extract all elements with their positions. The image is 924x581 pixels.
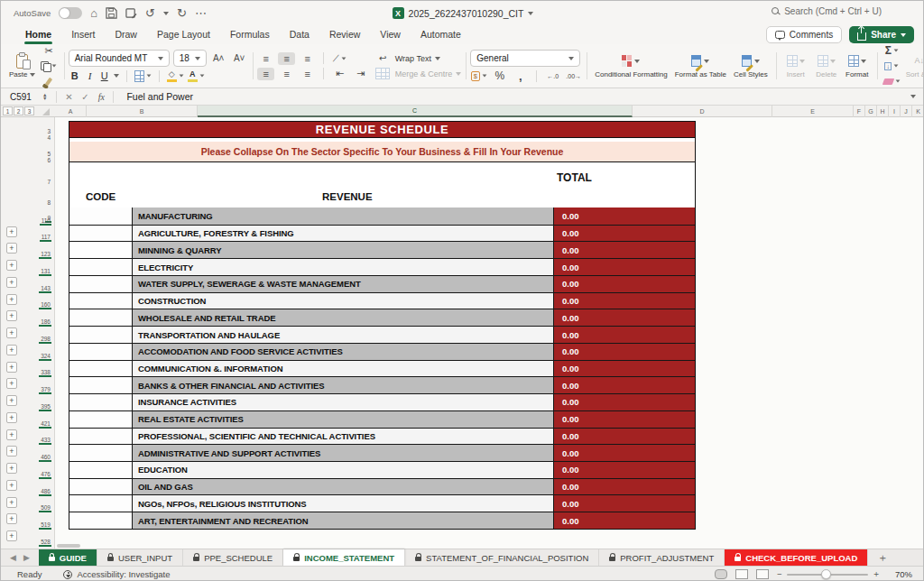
insert-function-icon[interactable]: fx — [93, 92, 109, 102]
horizontal-scrollbar[interactable] — [57, 544, 905, 548]
wrap-text-button[interactable]: ↩Wrap Text — [374, 52, 462, 65]
horizontal-scrollbar-thumb[interactable] — [57, 544, 80, 548]
revenue-name-cell[interactable]: WHOLESALE AND RETAIL TRADE — [133, 309, 554, 326]
total-value-cell[interactable]: 0.00 — [554, 377, 695, 393]
format-painter-button[interactable] — [41, 75, 58, 88]
total-value-cell[interactable]: 0.00 — [554, 512, 695, 529]
revenue-name-cell[interactable]: INSURANCE ACTIVITIES — [133, 394, 554, 410]
revenue-name-cell[interactable]: EDUCATION — [133, 462, 554, 478]
outline-level-1-button[interactable]: 1 — [3, 106, 13, 115]
font-color-button[interactable]: A — [188, 69, 205, 82]
row-header-4[interactable]: 4 — [47, 134, 51, 141]
ribbon-tab-insert[interactable]: Insert — [61, 27, 105, 43]
row-header-460[interactable]: 460 — [41, 454, 51, 460]
outline-level-3-button[interactable]: 3 — [24, 106, 34, 115]
total-value-cell[interactable]: 0.00 — [554, 242, 695, 258]
row-header-160[interactable]: 160 — [41, 301, 51, 308]
sheet-tab-ppe-schedule[interactable]: PPE_SCHEDULE — [183, 549, 283, 567]
bold-button[interactable]: B — [69, 69, 81, 82]
insert-cells-button[interactable]: Insert — [781, 51, 811, 82]
merge-centre-button[interactable]: Merge & Centre — [374, 68, 462, 80]
name-box[interactable]: C591 — [1, 92, 42, 102]
total-value-cell[interactable]: 0.00 — [554, 411, 695, 428]
orientation-button[interactable]: ⟋ — [331, 52, 348, 65]
column-header-d[interactable]: D — [633, 106, 772, 117]
confirm-entry-icon[interactable]: ✓ — [77, 92, 93, 102]
currency-button[interactable]: $ — [470, 69, 487, 82]
add-sheet-button[interactable]: ＋ — [868, 550, 897, 566]
code-cell[interactable] — [69, 344, 133, 360]
expand-group-button[interactable]: + — [6, 226, 17, 237]
column-header-h[interactable]: H — [877, 106, 889, 117]
normal-view-button[interactable] — [715, 569, 727, 579]
undo-icon[interactable]: ↺ — [145, 7, 155, 19]
row-header-379[interactable]: 379 — [41, 386, 51, 392]
code-cell[interactable] — [69, 394, 133, 410]
ribbon-tab-review[interactable]: Review — [319, 27, 370, 43]
row-header-509[interactable]: 509 — [41, 504, 51, 511]
redo-icon[interactable]: ↻ — [177, 7, 187, 19]
revenue-name-cell[interactable]: MINNING & QUARRY — [133, 242, 554, 258]
revenue-name-cell[interactable]: OIL AND GAS — [133, 479, 554, 495]
expand-group-button[interactable]: + — [6, 513, 17, 524]
column-header-c[interactable]: C — [198, 106, 633, 117]
total-value-cell[interactable]: 0.00 — [554, 344, 695, 360]
filename-caret-icon[interactable] — [528, 12, 533, 15]
expand-group-button[interactable]: + — [6, 497, 17, 508]
conditional-formatting-button[interactable]: Conditional Formatting — [591, 51, 670, 82]
borders-button[interactable] — [134, 69, 152, 82]
next-sheet-icon[interactable]: ▶ — [23, 553, 30, 562]
expand-group-button[interactable]: + — [6, 243, 17, 254]
row-header-324[interactable]: 324 — [41, 353, 51, 359]
increase-indent-button[interactable]: ⇥ — [352, 68, 369, 80]
code-cell[interactable] — [69, 411, 133, 428]
total-value-cell[interactable]: 0.00 — [554, 445, 695, 461]
total-value-cell[interactable]: 0.00 — [554, 394, 695, 410]
row-header-8[interactable]: 8 — [47, 199, 51, 206]
zoom-out-button[interactable]: − — [777, 569, 782, 579]
total-value-cell[interactable]: 0.00 — [554, 276, 695, 292]
revenue-name-cell[interactable]: ART, ENTERTAINMENT AND RECREATION — [133, 512, 554, 529]
code-cell[interactable] — [69, 208, 133, 225]
code-cell[interactable] — [69, 361, 133, 377]
column-header-f[interactable]: F — [854, 106, 865, 117]
revenue-name-cell[interactable]: CONSTRUCTION — [133, 293, 554, 309]
row-header-5[interactable]: 5 — [47, 151, 51, 157]
column-header-i[interactable]: I — [889, 106, 901, 117]
revenue-name-cell[interactable]: WATER SUPPLY, SEWERAGE & WASTE MANAGEMEN… — [133, 276, 554, 292]
column-header-e[interactable]: E — [772, 106, 854, 117]
expand-group-button[interactable]: + — [6, 294, 17, 305]
row-header-298[interactable]: 298 — [41, 336, 51, 342]
code-cell[interactable] — [69, 276, 133, 292]
ribbon-tab-page-layout[interactable]: Page Layout — [147, 27, 220, 43]
align-middle-button[interactable]: ≡ — [278, 52, 295, 65]
revenue-name-cell[interactable]: AGRICULTURE, FORESTRY & FISHING — [133, 226, 554, 242]
increase-decimal-button[interactable]: ←.0 — [544, 69, 561, 82]
total-value-cell[interactable]: 0.00 — [554, 208, 695, 225]
increase-font-button[interactable]: A˄ — [210, 52, 227, 65]
align-center-button[interactable]: ≡ — [278, 68, 295, 80]
align-bottom-button[interactable]: ≡ — [299, 52, 316, 65]
total-value-cell[interactable]: 0.00 — [554, 429, 695, 445]
expand-group-button[interactable]: + — [6, 362, 17, 373]
row-header-6[interactable]: 6 — [47, 157, 51, 163]
expand-group-button[interactable]: + — [6, 446, 17, 456]
accessibility-status[interactable]: Accessibility: Investigate — [63, 569, 170, 579]
ribbon-tab-home[interactable]: Home — [15, 27, 61, 43]
row-header-123[interactable]: 123 — [41, 251, 51, 257]
total-value-cell[interactable]: 0.00 — [554, 479, 695, 495]
prev-sheet-icon[interactable]: ◀ — [10, 553, 16, 562]
align-top-button[interactable]: ≡ — [257, 52, 274, 65]
copy-button[interactable] — [41, 60, 58, 72]
row-header-528[interactable]: 528 — [41, 539, 51, 545]
total-value-cell[interactable]: 0.00 — [554, 259, 695, 275]
revenue-name-cell[interactable]: REAL ESTATE ACTIVITIES — [133, 411, 554, 428]
row-header-476[interactable]: 476 — [41, 471, 51, 477]
column-header-k[interactable]: K — [912, 106, 924, 117]
delete-cells-button[interactable]: Delete — [811, 51, 842, 82]
row-header-110[interactable]: 110 — [42, 217, 51, 224]
sheet-tab-income-statement[interactable]: INCOME_STATEMENT — [283, 549, 405, 567]
sheet-tab-statement-of-financial-position[interactable]: STATEMENT_OF_FINANCIAL_POSITION — [405, 549, 599, 567]
name-box-stepper[interactable]: ▲▼ — [42, 93, 47, 100]
revenue-name-cell[interactable]: TRANSPORTATION AND HAULAGE — [133, 327, 554, 343]
